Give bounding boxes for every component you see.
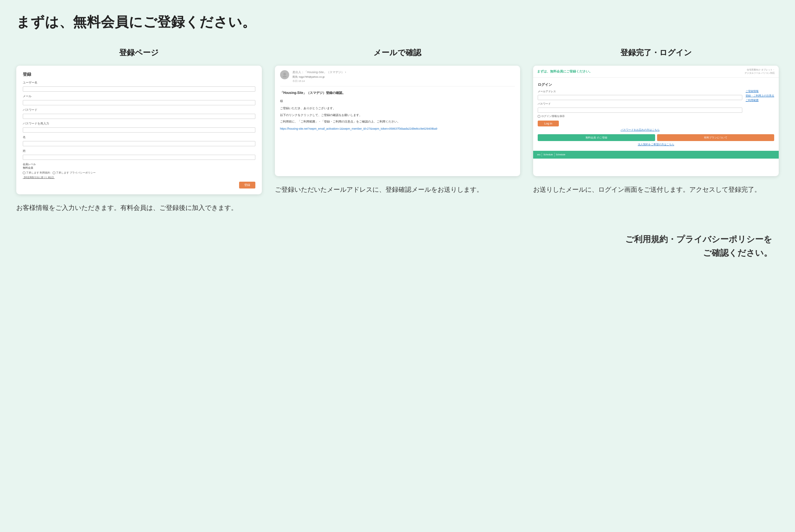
free-register-button[interactable]: 無料会員 のご登録 <box>538 134 655 141</box>
login-action-buttons: 無料会員 のご登録 有料プランについて <box>538 134 774 141</box>
email-link[interactable]: https://housing-site.net?swpm_email_acti… <box>280 127 515 131</box>
login-side-links: ご登録情報 登録・ご利用上の注意点 ご利用範囲 <box>745 90 774 134</box>
registration-screenshot: 登録 ユーザー名 メール パスワード パスワードを再入力 <box>16 65 262 194</box>
reg-username-input[interactable] <box>23 87 255 92</box>
reg-email-label: メール <box>23 94 255 98</box>
column-registration: 登録ページ 登録 ユーザー名 メール パスワード パスワードを再入力 <box>16 48 262 213</box>
reg-terms-input[interactable] <box>23 172 25 174</box>
reg-privacy-input[interactable] <box>53 172 55 174</box>
email-body: 「Housing-Site」（スマデジ）登録の確認。 様 ご登録いただき、ありが… <box>280 90 515 131</box>
login-password-label: パスワード <box>538 102 742 106</box>
reg-lastname-field: 姓 <box>23 149 255 160</box>
col3-description: お送りしたメールに、ログイン画面をご送付します。アクセスして登録完了。 <box>533 184 779 195</box>
login-bottom-item1: aru <box>537 153 540 156</box>
reg-password-input[interactable] <box>23 114 255 119</box>
reg-firstname-field: 名 <box>23 135 255 146</box>
login-forgot-link[interactable]: パスワードをお忘れの方はこちら <box>538 128 742 132</box>
page-title: まずは、無料会員にご登録ください。 <box>16 13 779 31</box>
reg-form-title: 登録 <box>23 72 255 77</box>
login-email-input[interactable] <box>538 95 742 100</box>
reg-firstname-input[interactable] <box>23 141 255 146</box>
login-bottom-bar: aru Schedule Schedule <box>533 151 779 158</box>
col2-title: メールで確認 <box>275 48 521 58</box>
col1-description: お客様情報をご入力いただきます。有料会員は、ご登録後に加入できます。 <box>16 202 262 213</box>
bottom-section: ご利用規約・プライバシーポリシーを ご確認ください。 <box>16 233 779 260</box>
reg-email-field: メール <box>23 94 255 105</box>
login-section-title: ログイン <box>538 82 774 87</box>
reg-lastname-input[interactable] <box>23 155 255 160</box>
reg-password-field: パスワード <box>23 108 255 119</box>
reg-username-field: ユーザー名 <box>23 81 255 92</box>
paid-plan-button[interactable]: 有料プランについて <box>657 134 774 141</box>
email-avatar <box>280 70 289 79</box>
login-screenshot: まずは、無料会員にご登録ください。 住宅営業向け タブレット・ デジタルツール … <box>533 65 779 176</box>
login-email-field: メールアドレス <box>538 90 742 100</box>
email-salutation: 様 <box>280 99 515 103</box>
login-remember-label: ログイン情報を保存 <box>541 115 565 118</box>
col3-title: 登録完了・ログイン <box>533 48 779 58</box>
login-bottom-sep2 <box>554 153 555 157</box>
reg-email-input[interactable] <box>23 100 255 105</box>
login-bottom-item3: Schedule <box>556 153 565 156</box>
login-houjin-link[interactable]: 法人契約をご希望の方はこちら <box>538 143 774 146</box>
login-side-link1[interactable]: ご登録情報 <box>745 90 774 93</box>
login-brand-sub: 住宅営業向け タブレット・ デジタルツール パソコン対応 <box>745 68 775 75</box>
col1-title: 登録ページ <box>16 48 262 58</box>
email-to: 宛先: txjgx785@yahoo.co.jp <box>292 75 515 79</box>
reg-firstname-label: 名 <box>23 135 255 139</box>
reg-password2-label: パスワードを再入力 <box>23 121 255 126</box>
reg-password2-input[interactable] <box>23 127 255 133</box>
reg-checkboxes: 了承します 利用規約 了承します プライバシーポリシー <box>23 171 255 174</box>
email-body2: 以下のリンクをクリックして、ご登録の確認をお願いします。 <box>280 113 515 117</box>
login-main: メールアドレス パスワード ログイン情報を保存 Log in パスワードをお <box>538 90 742 134</box>
reg-password2-field: パスワードを再入力 <box>23 121 255 133</box>
reg-lastname-label: 姓 <box>23 149 255 153</box>
bottom-text-line2: ご確認ください。 <box>625 246 772 260</box>
login-password-field: パスワード <box>538 102 742 113</box>
reg-privacy-checkbox[interactable]: 了承します プライバシーポリシー <box>53 171 96 174</box>
column-login: 登録完了・ログイン まずは、無料会員にご登録ください。 住宅営業向け タブレット… <box>533 48 779 213</box>
login-remember: ログイン情報を保存 <box>538 115 742 118</box>
reg-level: 会員レベル 無料会員 <box>23 163 255 170</box>
email-meta: 差出人：「Housing-Site」（スマデジ） › 宛先: txjgx785@… <box>292 70 515 83</box>
email-time: 今日 15:14 <box>292 79 515 83</box>
login-bottom-item2: Schedule <box>543 153 553 156</box>
column-email: メールで確認 差出人：「Housing-Site」（スマデジ） › 宛先: tx… <box>275 48 521 213</box>
reg-submit-button[interactable]: 登録 <box>239 182 255 189</box>
login-header-bar: まずは、無料会員にご登録ください。 住宅営業向け タブレット・ デジタルツール … <box>533 65 779 78</box>
login-email-label: メールアドレス <box>538 90 742 93</box>
login-side-link3[interactable]: ご利用範囲 <box>745 99 774 102</box>
svg-point-1 <box>283 76 287 77</box>
bottom-text: ご利用規約・プライバシーポリシーを ご確認ください。 <box>625 233 772 260</box>
login-password-input[interactable] <box>538 108 742 113</box>
login-side-link2[interactable]: 登録・ご利用上の注意点 <box>745 94 774 97</box>
login-bottom-sep1 <box>542 153 542 157</box>
reg-submit-area: 登録 <box>23 182 255 189</box>
email-screenshot: 差出人：「Housing-Site」（スマデジ） › 宛先: txjgx785@… <box>275 65 521 176</box>
col2-description: ご登録いただいたメールアドレスに、登録確認メールをお送りします。 <box>275 184 521 195</box>
login-button[interactable]: Log in <box>538 120 559 127</box>
email-subject: 「Housing-Site」（スマデジ）登録の確認。 <box>280 90 515 96</box>
three-columns: 登録ページ 登録 ユーザー名 メール パスワード パスワードを再入力 <box>16 48 779 213</box>
tokutei-link[interactable]: 【特定商取引法に基づく表記】 <box>23 176 255 179</box>
reg-username-label: ユーザー名 <box>23 81 255 85</box>
login-sidebar-layout: メールアドレス パスワード ログイン情報を保存 Log in パスワードをお <box>538 90 774 134</box>
svg-point-0 <box>283 73 286 75</box>
login-remember-input[interactable] <box>538 115 540 118</box>
email-from: 差出人：「Housing-Site」（スマデジ） › <box>292 70 515 74</box>
reg-terms-checkbox[interactable]: 了承します 利用規約 <box>23 171 50 174</box>
bottom-text-line1: ご利用規約・プライバシーポリシーを <box>625 233 772 246</box>
login-brand: まずは、無料会員にご登録ください。 <box>537 69 592 74</box>
reg-password-label: パスワード <box>23 108 255 112</box>
login-body: ログイン メールアドレス パスワード ログイン情報を保存 <box>533 78 779 151</box>
email-body3: ご利用前に、「ご利用範囲」・「登録・ご利用の注意点」をご確認の上、ご利用ください… <box>280 119 515 124</box>
email-header: 差出人：「Housing-Site」（スマデジ） › 宛先: txjgx785@… <box>280 70 515 87</box>
email-body1: ご登録いただき、ありがとうございます。 <box>280 106 515 111</box>
